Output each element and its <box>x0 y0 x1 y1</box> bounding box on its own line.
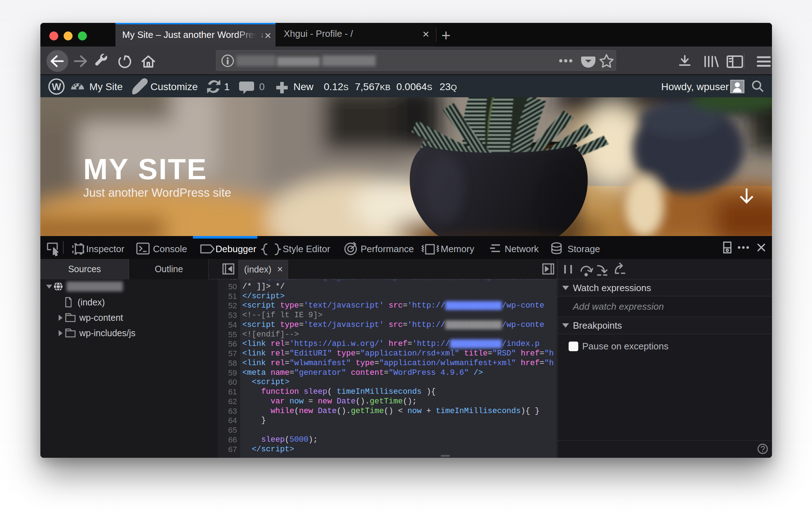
svg-text:Style Editor: Style Editor <box>283 244 330 254</box>
svg-text:Howdy, wpuser: Howdy, wpuser <box>661 81 729 92</box>
svg-text:My Site: My Site <box>89 81 123 92</box>
svg-text:Performance: Performance <box>361 244 414 254</box>
svg-text:Pause on exceptions: Pause on exceptions <box>582 341 668 352</box>
svg-text:23Q: 23Q <box>440 81 457 92</box>
svg-text:1: 1 <box>224 81 230 92</box>
svg-text:Customize: Customize <box>150 81 198 92</box>
svg-text:0.0064S: 0.0064S <box>396 81 432 92</box>
svg-text:Network: Network <box>505 244 539 254</box>
svg-text:W: W <box>52 81 61 92</box>
svg-text:0: 0 <box>259 81 265 92</box>
svg-text:Watch expressions: Watch expressions <box>573 283 651 293</box>
svg-text:wp-content: wp-content <box>79 313 123 323</box>
svg-text:Breakpoints: Breakpoints <box>573 320 622 331</box>
svg-text:(index): (index) <box>78 297 105 307</box>
svg-text:Storage: Storage <box>568 244 600 254</box>
svg-text:Add watch expression: Add watch expression <box>572 301 664 312</box>
svg-text:Inspector: Inspector <box>86 244 124 254</box>
svg-text:Debugger: Debugger <box>216 244 257 254</box>
svg-text:0.12S: 0.12S <box>324 81 348 92</box>
svg-text:Memory: Memory <box>441 244 474 254</box>
svg-text:?: ? <box>761 445 765 454</box>
svg-text:7,567KB: 7,567KB <box>355 81 390 92</box>
svg-text:wp-includes/js: wp-includes/js <box>79 328 135 338</box>
svg-text:New: New <box>293 81 314 92</box>
svg-text:Console: Console <box>153 244 187 254</box>
